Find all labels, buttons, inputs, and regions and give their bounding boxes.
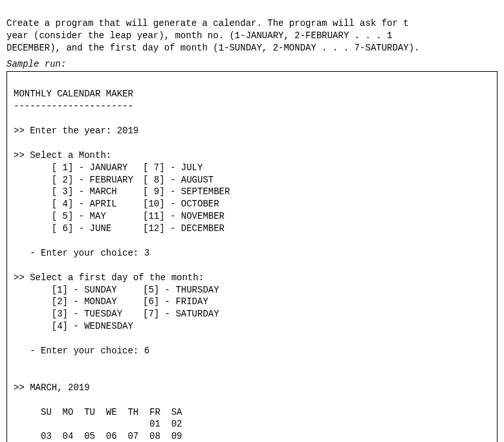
sample-run-box: MONTHLY CALENDAR MAKER -----------------… xyxy=(6,71,498,442)
month-options-right: [ 7] - JULY [ 8] - AUGUST [ 9] - SEPTEMB… xyxy=(143,162,230,235)
day-choice-value: 6 xyxy=(144,346,149,356)
calendar-title: >> MARCH, 2019 xyxy=(14,382,90,393)
day-options-left: [1] - SUNDAY [2] - MONDAY [3] - TUESDAY … xyxy=(14,284,143,333)
intro-line-2: year (consider the leap year), month no.… xyxy=(6,30,393,41)
year-value: 2019 xyxy=(117,126,139,136)
month-options-left: [ 1] - JANUARY [ 2] - FEBRUARY [ 3] - MA… xyxy=(14,162,143,235)
intro-line-3: DECEMBER), and the first day of month (1… xyxy=(6,43,420,53)
title-divider: ---------------------- xyxy=(14,101,133,111)
sample-run-label: Sample run: xyxy=(6,58,498,71)
calendar-row: 03 04 05 06 07 08 09 xyxy=(14,431,182,441)
calendar-header-row: SU MO TU WE TH FR SA xyxy=(14,407,182,417)
intro-line-1: Create a program that will generate a ca… xyxy=(6,18,409,28)
month-choice-value: 3 xyxy=(144,248,149,258)
year-prompt: >> Enter the year: 2019 xyxy=(14,126,138,136)
day-options-right: [5] - THURSDAY [6] - FRIDAY [7] - SATURD… xyxy=(143,284,219,333)
day-prompt-header: >> Select a first day of the month: xyxy=(14,272,204,283)
app-title: MONTHLY CALENDAR MAKER xyxy=(14,89,133,99)
month-choice: - Enter your choice: 3 xyxy=(14,248,149,258)
problem-statement: Create a program that will generate a ca… xyxy=(6,5,498,54)
day-choice: - Enter your choice: 6 xyxy=(14,346,149,356)
day-options: [1] - SUNDAY [2] - MONDAY [3] - TUESDAY … xyxy=(14,284,490,333)
calendar-row: 01 02 xyxy=(14,419,182,429)
month-options: [ 1] - JANUARY [ 2] - FEBRUARY [ 3] - MA… xyxy=(14,162,490,235)
month-prompt-header: >> Select a Month: xyxy=(14,150,111,160)
